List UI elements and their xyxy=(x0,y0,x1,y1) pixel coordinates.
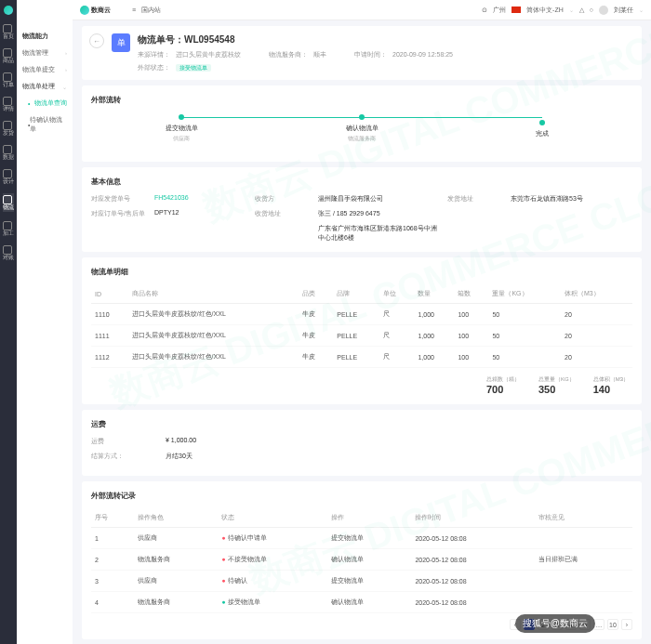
brand-logo: 数商云 xyxy=(80,5,126,16)
side-item[interactable]: 物流单处理⌄ xyxy=(17,78,73,95)
avatar[interactable] xyxy=(599,6,608,15)
chevron-right-icon: › xyxy=(65,50,67,56)
source-badge: 搜狐号@数商云 xyxy=(515,614,595,633)
side-item[interactable]: 物流单提交› xyxy=(17,61,73,78)
rail-item[interactable]: 设计 xyxy=(3,169,14,184)
site-switch[interactable]: 国内站 xyxy=(141,6,161,15)
log-table: 序号操作角色状态操作操作时间审核意见1供应商●待确认申请单提交物流单2020-0… xyxy=(91,508,632,613)
doc-icon: 单 xyxy=(112,33,130,52)
fee-card: 运费 运费¥ 1,000.00 结算方式：月结30天 xyxy=(82,410,642,476)
topbar: 数商云 ≡ 国内站 ⊙广州 简体中文-ZH⌄ △ ○ 刘某任⌄ xyxy=(73,0,651,20)
rail-item[interactable]: 订单 xyxy=(3,72,14,87)
order-title: 物流单号：WL0954548 xyxy=(138,33,634,46)
table-row[interactable]: 1111进口头层黄牛皮荔枝纹/红色/XXL牛皮PELLE尺1,000100502… xyxy=(91,325,632,347)
rail-item[interactable]: 数据 xyxy=(3,145,14,160)
chevron-right-icon: › xyxy=(65,67,67,72)
side-sub-active[interactable]: • 物流单查询 xyxy=(17,95,73,112)
table-row[interactable]: 2物流服务商●不接受物流单确认物流单2020-05-12 08:08当日排班已满 xyxy=(91,549,632,571)
rail-item[interactable]: 加工 xyxy=(3,221,14,236)
location-icon: ⊙ xyxy=(482,7,487,14)
rail-item[interactable]: 发货 xyxy=(3,121,14,136)
bell-icon[interactable]: △ xyxy=(579,7,584,14)
rail-item[interactable]: 商品 xyxy=(3,48,14,63)
chevron-down-icon: ⌄ xyxy=(62,84,67,90)
logo-icon xyxy=(4,6,13,15)
table-row[interactable]: 3供应商●待确认提交物流单2020-05-12 08:08 xyxy=(91,571,632,592)
flag-icon xyxy=(512,7,521,13)
table-row[interactable]: 1供应商●待确认申请单提交物流单2020-05-12 08:08 xyxy=(91,528,632,549)
status-badge: 接受物流单 xyxy=(176,64,211,72)
table-row[interactable]: 1110进口头层黄牛皮荔枝纹/红色/XXL牛皮PELLE尺1,000100502… xyxy=(91,304,632,325)
back-button[interactable]: ← xyxy=(89,33,104,48)
nav-rail: 首页 商品 订单 详情 发货 数据 设计 物流 加工 对账 xyxy=(0,0,17,644)
gear-icon[interactable]: ○ xyxy=(590,7,593,13)
username[interactable]: 刘某任 xyxy=(614,6,633,15)
page-header: ← 单 物流单号：WL0954548 来源详情：进口头层黄牛皮荔枝纹 物流服务商… xyxy=(82,26,642,80)
rail-item[interactable]: 详情 xyxy=(3,97,14,112)
rail-item[interactable]: 物流 xyxy=(3,193,14,212)
side-sub[interactable]: • 待确认物流单 xyxy=(17,112,73,138)
sidebar: 物流能力 物流管理› 物流单提交› 物流单处理⌄ • 物流单查询 • 待确认物流… xyxy=(17,0,73,644)
rail-item[interactable]: 对账 xyxy=(3,245,14,260)
page-button[interactable]: › xyxy=(621,619,632,630)
side-item[interactable]: 物流管理› xyxy=(17,45,73,61)
table-row[interactable]: 1112进口头层黄牛皮荔枝纹/红色/XXL牛皮PELLE尺1,000100502… xyxy=(91,347,632,368)
rail-item[interactable]: 首页 xyxy=(3,24,14,39)
detail-card: 物流单明细 ID商品名称品类品牌单位数量箱数重量（KG）体积（M3）1110进口… xyxy=(82,257,642,404)
lang-switch[interactable]: 简体中文-ZH xyxy=(526,6,564,15)
flow-card: 外部流转 提交物流单供应商 确认物流单物流服务商 完成 xyxy=(82,85,642,162)
detail-table: ID商品名称品类品牌单位数量箱数重量（KG）体积（M3）1110进口头层黄牛皮荔… xyxy=(91,284,632,368)
table-row[interactable]: 4物流服务商●接受物流单确认物流单2020-05-12 08:08 xyxy=(91,592,632,613)
base-info-card: 基本信息 对应发货单号FH5421036收货方温州隆昌手袋有限公司发货地址东莞市… xyxy=(82,167,642,252)
side-title: 物流能力 xyxy=(17,28,73,45)
page-button[interactable]: 10 xyxy=(607,619,618,630)
menu-icon[interactable]: ≡ xyxy=(132,7,136,13)
location[interactable]: 广州 xyxy=(493,6,506,15)
